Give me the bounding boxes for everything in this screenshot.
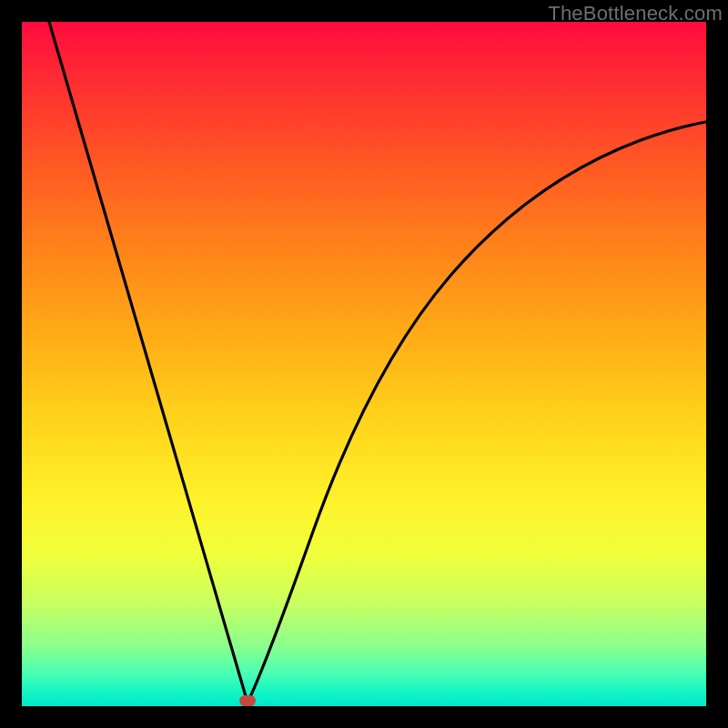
bottleneck-curve [22, 22, 706, 706]
plot-area [22, 22, 706, 706]
curve-path [49, 22, 706, 703]
minimum-marker [239, 695, 256, 706]
chart-frame: TheBottleneck.com [0, 0, 728, 728]
watermark-text: TheBottleneck.com [548, 2, 723, 25]
